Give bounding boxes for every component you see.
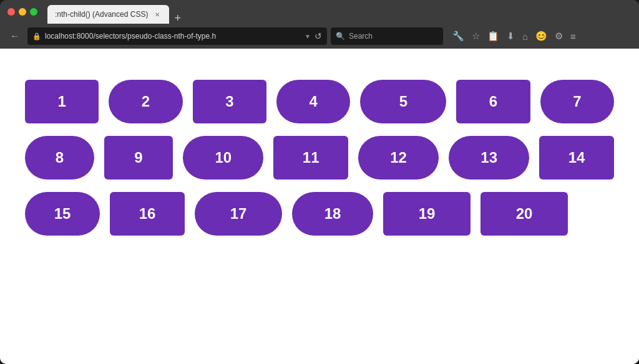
new-tab-button[interactable]: + [169, 12, 186, 24]
item-3[interactable]: 3 [193, 80, 266, 123]
item-7[interactable]: 7 [540, 80, 614, 123]
title-bar: :nth-child() (Advanced CSS) ✕ + [0, 0, 639, 24]
items-row-3: 15 16 17 18 19 20 [25, 192, 614, 236]
item-5[interactable]: 5 [360, 80, 446, 123]
item-6[interactable]: 6 [456, 80, 530, 123]
secure-icon: 🔒 [32, 32, 41, 41]
item-13[interactable]: 13 [449, 136, 529, 180]
tab-close-button[interactable]: ✕ [153, 10, 162, 19]
items-row-2: 8 9 10 11 12 13 14 [25, 136, 614, 180]
tab-title: :nth-child() (Advanced CSS) [55, 10, 148, 19]
item-2[interactable]: 2 [109, 80, 182, 123]
settings-icon[interactable]: ⚙ [552, 28, 566, 44]
item-15[interactable]: 15 [25, 192, 100, 236]
item-10[interactable]: 10 [183, 136, 263, 180]
item-4[interactable]: 4 [276, 80, 350, 123]
close-button[interactable] [7, 8, 15, 16]
dropdown-icon[interactable]: ▼ [305, 33, 311, 40]
content-area: 1 2 3 4 5 6 7 8 9 10 11 12 13 14 15 [0, 49, 639, 364]
download-icon[interactable]: ⬇ [504, 28, 518, 44]
items-grid: 1 2 3 4 5 6 7 8 9 10 11 12 13 14 15 [25, 80, 614, 236]
address-bar[interactable]: 🔒 localhost:8000/selectors/pseudo-class-… [27, 27, 327, 45]
minimize-button[interactable] [19, 8, 26, 16]
search-icon: 🔍 [336, 32, 345, 41]
clipboard-icon[interactable]: 📋 [484, 28, 502, 44]
item-20[interactable]: 20 [480, 192, 568, 236]
item-12[interactable]: 12 [358, 136, 439, 180]
search-bar[interactable]: 🔍 Search [331, 27, 443, 45]
item-8[interactable]: 8 [25, 136, 94, 180]
items-row-1: 1 2 3 4 5 6 7 [25, 80, 614, 123]
refresh-button[interactable]: ↺ [315, 31, 322, 41]
item-19[interactable]: 19 [383, 192, 471, 236]
home-icon[interactable]: ⌂ [519, 29, 531, 44]
item-18[interactable]: 18 [292, 192, 373, 236]
item-14[interactable]: 14 [539, 136, 614, 180]
emoji-icon[interactable]: 😊 [532, 28, 550, 44]
toolbar-icons: 🔧 ☆ 📋 ⬇ ⌂ 😊 ⚙ ≡ [449, 28, 579, 44]
item-1[interactable]: 1 [25, 80, 99, 123]
tabs-area: :nth-child() (Advanced CSS) ✕ + [47, 0, 632, 24]
nav-bar: ← 🔒 localhost:8000/selectors/pseudo-clas… [0, 24, 639, 49]
traffic-lights [7, 8, 37, 16]
item-16[interactable]: 16 [110, 192, 185, 236]
item-11[interactable]: 11 [273, 136, 348, 180]
browser-window: :nth-child() (Advanced CSS) ✕ + ← 🔒 loca… [0, 0, 639, 364]
menu-icon[interactable]: ≡ [567, 29, 579, 44]
active-tab[interactable]: :nth-child() (Advanced CSS) ✕ [47, 5, 169, 24]
address-text: localhost:8000/selectors/pseudo-class-nt… [45, 32, 301, 41]
back-button[interactable]: ← [6, 28, 24, 44]
item-9[interactable]: 9 [104, 136, 173, 180]
maximize-button[interactable] [30, 8, 37, 16]
item-17[interactable]: 17 [195, 192, 282, 236]
star-icon[interactable]: ☆ [469, 28, 483, 44]
search-input[interactable]: Search [349, 32, 373, 41]
wrench-icon[interactable]: 🔧 [449, 28, 467, 44]
